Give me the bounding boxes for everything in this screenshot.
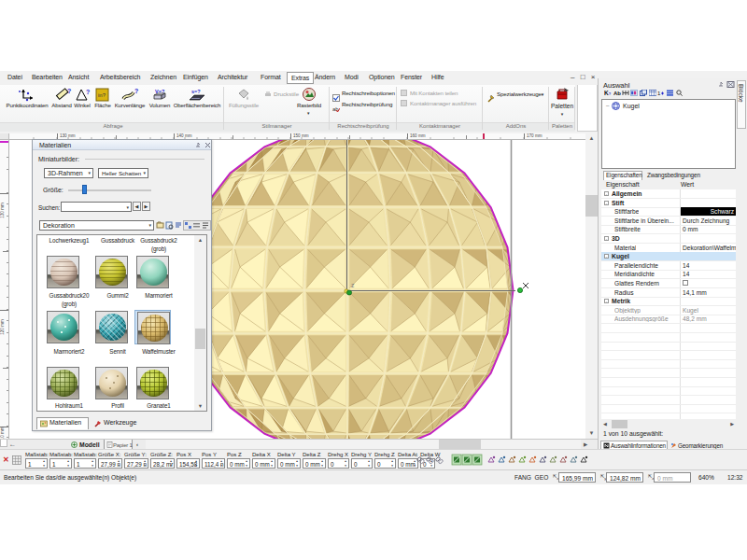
svg-text:Ab: Ab xyxy=(613,91,621,96)
svg-text:z: z xyxy=(351,282,355,288)
svg-text:1: 1 xyxy=(657,91,661,96)
svg-text:?: ? xyxy=(134,88,138,94)
svg-text:?: ? xyxy=(86,89,90,95)
svg-text:s=?: s=? xyxy=(191,89,201,94)
svg-text:in?: in? xyxy=(98,92,106,98)
svg-text:K?: K? xyxy=(604,90,612,96)
